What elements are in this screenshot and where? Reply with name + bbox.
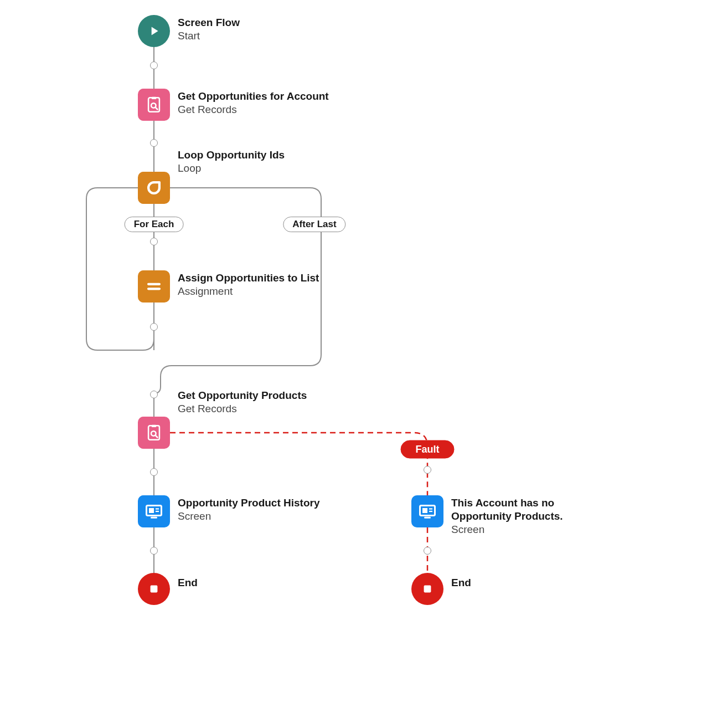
loop-title: Loop Opportunity Ids — [178, 148, 344, 162]
svg-line-2 — [156, 107, 158, 110]
start-title: Screen Flow — [178, 16, 240, 29]
equals-icon — [138, 270, 170, 303]
svg-rect-5 — [152, 425, 157, 427]
svg-line-7 — [156, 435, 158, 438]
get-products-header: Get Opportunity Products Get Records — [178, 389, 344, 416]
loop-for-each-badge[interactable]: For Each — [125, 217, 184, 232]
end-left-title: End — [178, 576, 198, 589]
loop-return-path — [86, 188, 154, 350]
loop-icon — [138, 172, 170, 204]
screen-history-title: Opportunity Product History — [178, 496, 320, 510]
start-node[interactable]: Screen Flow Start — [138, 15, 240, 47]
get-opportunities-node[interactable]: Get Opportunities for Account Get Record… — [138, 89, 329, 121]
add-point[interactable] — [424, 466, 431, 474]
end-right-title: End — [451, 576, 471, 589]
loop-subtitle: Loop — [178, 162, 344, 175]
end-right-node[interactable]: End — [411, 573, 471, 605]
add-point[interactable] — [150, 547, 158, 555]
svg-rect-9 — [149, 508, 154, 513]
screen-history-node[interactable]: Opportunity Product History Screen — [138, 495, 320, 527]
svg-rect-19 — [424, 586, 431, 593]
add-point[interactable] — [150, 468, 158, 476]
screen-no-products-title: This Account has no Opportunity Products… — [451, 496, 579, 523]
stop-icon — [138, 573, 170, 605]
svg-rect-13 — [151, 586, 158, 593]
clipboard-search-icon — [138, 89, 170, 121]
svg-rect-15 — [422, 508, 427, 513]
add-point[interactable] — [150, 139, 158, 147]
play-icon — [138, 15, 170, 47]
add-point[interactable] — [150, 238, 158, 245]
screen-no-products-node[interactable]: This Account has no Opportunity Products… — [411, 495, 579, 536]
fault-badge[interactable]: Fault — [401, 440, 455, 459]
connectors-layer — [0, 0, 712, 728]
clipboard-search-icon — [138, 417, 170, 449]
fault-connector — [170, 433, 427, 495]
loop-header: Loop Opportunity Ids Loop — [178, 148, 344, 175]
flow-canvas: For Each After Last Fault Screen Flow St… — [0, 0, 712, 728]
loop-node[interactable] — [138, 172, 170, 204]
screen-icon — [411, 495, 443, 527]
screen-history-subtitle: Screen — [178, 510, 320, 523]
assign-title: Assign Opportunities to List — [178, 271, 319, 285]
get-products-subtitle: Get Records — [178, 402, 344, 416]
add-point[interactable] — [150, 323, 158, 331]
end-left-node[interactable]: End — [138, 573, 198, 605]
add-point[interactable] — [424, 547, 431, 555]
screen-no-products-subtitle: Screen — [451, 523, 579, 536]
start-subtitle: Start — [178, 29, 240, 43]
loop-after-last-badge[interactable]: After Last — [283, 217, 345, 232]
add-point[interactable] — [150, 391, 158, 398]
svg-rect-0 — [152, 97, 157, 99]
screen-icon — [138, 495, 170, 527]
get-products-title: Get Opportunity Products — [178, 389, 344, 402]
assign-subtitle: Assignment — [178, 285, 319, 298]
assign-node[interactable]: Assign Opportunities to List Assignment — [138, 270, 319, 303]
stop-icon — [411, 573, 443, 605]
get-products-node[interactable] — [138, 417, 170, 449]
add-point[interactable] — [150, 61, 158, 69]
get-opportunities-subtitle: Get Records — [178, 103, 329, 116]
get-opportunities-title: Get Opportunities for Account — [178, 90, 329, 103]
